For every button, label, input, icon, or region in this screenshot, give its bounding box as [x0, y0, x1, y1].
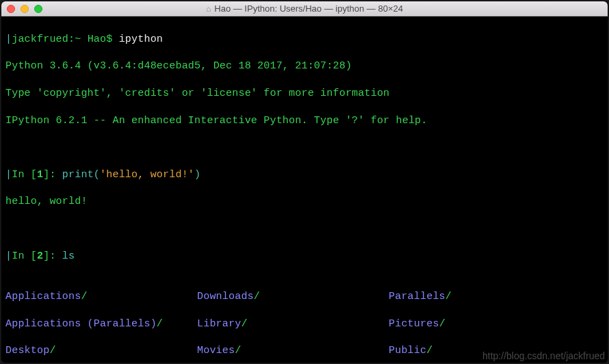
shell-command: ipython	[119, 34, 163, 45]
watermark-text: http://blog.csdn.net/jackfrued	[482, 350, 605, 361]
window-title: ⌂ Hao — IPython: Users/Hao — ipython — 8…	[1, 3, 608, 14]
close-window-icon[interactable]	[7, 5, 15, 13]
zoom-window-icon[interactable]	[34, 5, 42, 13]
window-title-text: Hao — IPython: Users/Hao — ipython — 80×…	[214, 3, 403, 14]
dir-public: Public	[389, 345, 426, 356]
dir-parallels: Parallels	[389, 291, 445, 302]
cell-1-code: print(	[56, 169, 100, 181]
terminal-window: ⌂ Hao — IPython: Users/Hao — ipython — 8…	[1, 1, 608, 363]
shell-profile: Hao	[88, 34, 107, 45]
python-banner-line2: Type 'copyright', 'credits' or 'license'…	[5, 87, 604, 101]
traffic-lights	[1, 5, 42, 13]
window-titlebar: ⌂ Hao — IPython: Users/Hao — ipython — 8…	[1, 1, 608, 16]
dir-movies: Movies	[197, 345, 235, 356]
cell-1-number: 1	[37, 169, 43, 181]
home-icon: ⌂	[206, 4, 211, 14]
dir-desktop: Desktop	[5, 345, 49, 356]
dir-applications-parallels: Applications (Parallels)	[5, 318, 157, 330]
cell-1-output: hello, world!	[5, 195, 604, 209]
shell-user: jackfrued	[12, 34, 68, 45]
terminal-body[interactable]: |jackfrued:~ Hao$ ipython Python 3.6.4 (…	[1, 16, 608, 363]
dir-library: Library	[197, 318, 241, 330]
minimize-window-icon[interactable]	[21, 5, 29, 13]
python-banner-line1: Python 3.6.4 (v3.6.4:d48ecebad5, Dec 18 …	[5, 60, 604, 73]
cell-1-string: 'hello, world!'	[100, 169, 194, 181]
dir-pictures: Pictures	[389, 318, 439, 330]
dir-downloads: Downloads	[197, 291, 254, 302]
python-banner-line3: IPython 6.2.1 -- An enhanced Interactive…	[5, 114, 604, 128]
cell-2-code: ls	[56, 250, 75, 262]
dir-applications: Applications	[5, 291, 81, 302]
cell-2-number: 2	[37, 250, 43, 262]
